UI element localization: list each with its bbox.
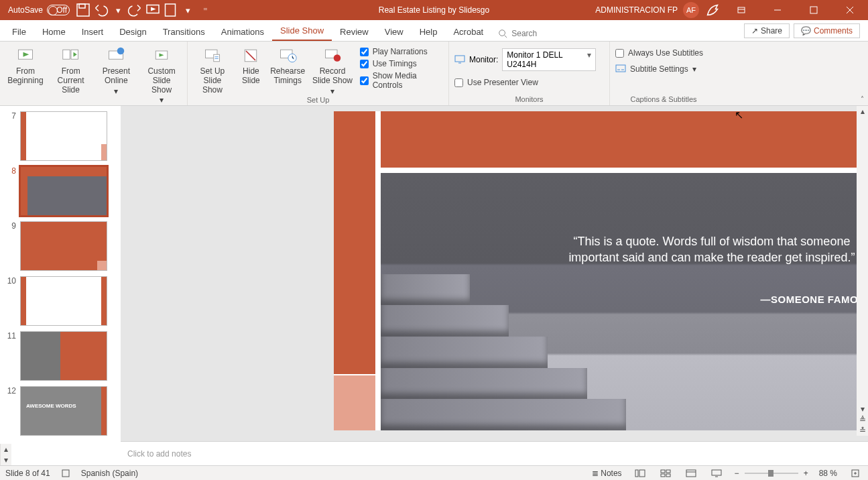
touch-mode-icon[interactable] bbox=[162, 2, 178, 18]
autosave-toggle[interactable]: AutoSave Off bbox=[4, 5, 74, 15]
canvas-scrollbar[interactable]: ▴ ▾ ≜ ≛ bbox=[857, 106, 868, 436]
qat-customize-icon[interactable]: ⁼ bbox=[197, 2, 213, 18]
notes-toggle-label: Notes bbox=[601, 469, 621, 478]
thumb-num: 10 bbox=[5, 276, 16, 326]
thumb-scrollbar[interactable]: ▴ ▾ bbox=[0, 444, 11, 465]
svg-rect-3 bbox=[166, 4, 176, 16]
play-narrations-checkbox[interactable]: Play Narrations bbox=[360, 47, 443, 56]
share-label: Share bbox=[761, 26, 782, 36]
collapse-ribbon-icon[interactable]: ˄ bbox=[861, 95, 864, 103]
tab-transitions[interactable]: Transitions bbox=[155, 23, 213, 41]
slide-counter[interactable]: Slide 8 of 41 bbox=[5, 469, 50, 478]
comments-button[interactable]: 💬Comments bbox=[794, 23, 860, 38]
maximize-button[interactable] bbox=[798, 0, 829, 20]
zoom-handle[interactable] bbox=[768, 470, 773, 477]
custom-show-label: Custom Slide Show bbox=[141, 67, 182, 95]
tab-view[interactable]: View bbox=[377, 23, 412, 41]
prev-slide-icon[interactable]: ≜ bbox=[857, 414, 868, 425]
scroll-down-icon[interactable]: ▾ bbox=[1, 455, 11, 465]
tab-animations[interactable]: Animations bbox=[213, 23, 272, 41]
thumb-12[interactable]: 12 AWESOME WORDS bbox=[0, 383, 121, 438]
scroll-up-icon[interactable]: ▴ bbox=[857, 106, 868, 117]
tab-design[interactable]: Design bbox=[111, 23, 154, 41]
undo-more-icon[interactable]: ▾ bbox=[110, 2, 126, 18]
zoom-out-icon[interactable]: − bbox=[735, 469, 739, 478]
tab-acrobat[interactable]: Acrobat bbox=[445, 23, 491, 41]
group-setup-label: Set Up bbox=[193, 96, 443, 106]
minimize-button[interactable] bbox=[762, 0, 793, 20]
use-timings-label: Use Timings bbox=[373, 59, 417, 68]
presenter-view-checkbox[interactable]: Use Presenter View bbox=[454, 78, 538, 87]
monitor-select[interactable]: Monitor 1 DELL U2414H bbox=[502, 48, 596, 71]
custom-show-button[interactable]: Custom Slide Show▾ bbox=[141, 46, 182, 105]
notes-splitter[interactable] bbox=[121, 436, 868, 441]
coming-soon-icon[interactable] bbox=[704, 2, 721, 18]
tab-home[interactable]: Home bbox=[34, 23, 74, 41]
quote-byline[interactable]: —SOMEONE FAMOUS bbox=[551, 294, 868, 305]
subtitle-settings-label: Subtitle Settings bbox=[630, 64, 688, 74]
always-subtitles-label: Always Use Subtitles bbox=[628, 48, 703, 58]
from-current-button[interactable]: From Current Slide bbox=[51, 46, 91, 95]
user-avatar[interactable]: AF bbox=[683, 2, 699, 18]
use-timings-checkbox[interactable]: Use Timings bbox=[360, 59, 443, 68]
accessibility-icon[interactable] bbox=[61, 469, 70, 478]
scroll-up-icon[interactable]: ▴ bbox=[1, 444, 11, 455]
record-button[interactable]: Record Slide Show▾ bbox=[310, 46, 354, 96]
slide-content[interactable]: “This is a quote. Words full of wisdom t… bbox=[334, 111, 868, 430]
sorter-view-icon[interactable] bbox=[658, 467, 673, 479]
close-button[interactable] bbox=[834, 0, 865, 20]
thumb-11[interactable]: 11 bbox=[0, 328, 121, 383]
svg-rect-1 bbox=[79, 4, 85, 8]
from-beginning-button[interactable]: From Beginning bbox=[5, 46, 46, 86]
search-box[interactable]: Search bbox=[491, 26, 544, 41]
slide-editor: “This is a quote. Words full of wisdom t… bbox=[121, 106, 868, 465]
normal-view-icon[interactable] bbox=[633, 467, 647, 479]
ribbon-display-icon[interactable] bbox=[726, 0, 757, 20]
notes-toggle[interactable]: ≣ Notes bbox=[592, 469, 622, 478]
hide-slide-button[interactable]: Hide Slide bbox=[237, 46, 265, 86]
svg-point-11 bbox=[117, 48, 125, 55]
thumb-8[interactable]: 8 bbox=[0, 164, 121, 219]
subtitle-settings-button[interactable]: Subtitle Settings ▾ bbox=[615, 64, 696, 74]
undo-icon[interactable] bbox=[92, 2, 109, 18]
user-name[interactable]: ADMINISTRACION FP bbox=[595, 5, 678, 15]
reading-view-icon[interactable] bbox=[684, 467, 698, 479]
share-button[interactable]: ↗Share bbox=[744, 23, 790, 38]
tab-review[interactable]: Review bbox=[332, 23, 377, 41]
show-media-label: Show Media Controls bbox=[373, 71, 443, 90]
present-online-button[interactable]: Present Online▾ bbox=[97, 46, 137, 96]
tab-insert[interactable]: Insert bbox=[74, 23, 112, 41]
group-captions-label: Captions & Subtitles bbox=[615, 95, 712, 105]
rehearse-button[interactable]: Rehearse Timings bbox=[270, 46, 305, 86]
always-subtitles-checkbox[interactable]: Always Use Subtitles bbox=[615, 48, 703, 58]
touch-mode-more-icon[interactable]: ▾ bbox=[180, 2, 196, 18]
fit-window-icon[interactable] bbox=[848, 467, 863, 479]
chevron-down-icon: ▾ bbox=[114, 87, 118, 97]
show-media-checkbox[interactable]: Show Media Controls bbox=[360, 71, 443, 90]
tab-help[interactable]: Help bbox=[412, 23, 446, 41]
start-from-beginning-icon[interactable] bbox=[145, 2, 161, 18]
slideshow-view-icon[interactable] bbox=[709, 467, 724, 479]
tab-slide-show[interactable]: Slide Show bbox=[272, 21, 332, 41]
chevron-down-icon: ▾ bbox=[330, 87, 334, 97]
share-icon: ↗ bbox=[751, 26, 758, 36]
thumb-7[interactable]: 7 bbox=[0, 109, 121, 164]
slide-canvas[interactable]: “This is a quote. Words full of wisdom t… bbox=[121, 106, 868, 436]
language-status[interactable]: Spanish (Spain) bbox=[81, 469, 138, 478]
redo-icon[interactable] bbox=[127, 2, 143, 18]
tab-file[interactable]: File bbox=[4, 23, 34, 41]
zoom-slider[interactable]: − + bbox=[735, 469, 808, 478]
thumb-9[interactable]: 9 bbox=[0, 219, 121, 274]
next-slide-icon[interactable]: ≛ bbox=[857, 425, 868, 436]
notes-pane[interactable]: Click to add notes bbox=[121, 441, 868, 465]
scroll-down-icon[interactable]: ▾ bbox=[857, 404, 868, 414]
zoom-in-icon[interactable]: + bbox=[804, 469, 808, 478]
zoom-level[interactable]: 88 % bbox=[819, 469, 837, 478]
chevron-down-icon: ▾ bbox=[160, 96, 164, 105]
thumb-10[interactable]: 10 bbox=[0, 274, 121, 328]
svg-rect-8 bbox=[62, 50, 70, 59]
save-icon[interactable] bbox=[75, 2, 91, 18]
quote-text[interactable]: “This is a quote. Words full of wisdom t… bbox=[551, 233, 868, 266]
setup-show-button[interactable]: Set Up Slide Show bbox=[193, 46, 232, 95]
hide-slide-label: Hide Slide bbox=[237, 67, 265, 86]
